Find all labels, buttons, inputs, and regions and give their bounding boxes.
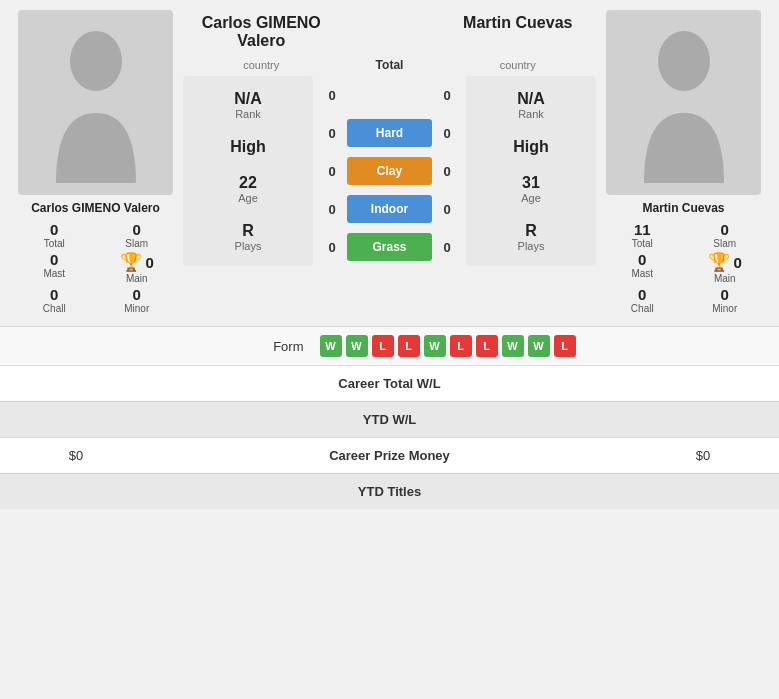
player2-total: 11 Total [606,221,679,249]
surface-buttons: 0 0 0 Hard 0 0 Clay 0 [313,76,466,266]
career-prize-row: $0 Career Prize Money $0 [0,437,779,473]
prize-right: $0 [643,448,763,463]
hard-row: 0 Hard 0 [317,119,462,147]
career-total-label: Career Total W/L [265,376,514,391]
player1-stats-panel: N/A Rank High 22 Age R Plays [183,76,313,266]
player2-center-name: Martin Cuevas [440,14,597,32]
form-badges: W W L L W L L W W L [320,335,576,357]
player1-main: 🏆 0 Main [101,251,174,284]
player2-minor: 0 Minor [689,286,762,314]
form-badge-5: W [424,335,446,357]
player2-stats: 11 Total 0 Slam 0 Mast 🏆 0 Main [596,221,771,314]
clay-row: 0 Clay 0 [317,157,462,185]
career-total-row: Career Total W/L [0,365,779,401]
form-badge-3: L [372,335,394,357]
grass-button[interactable]: Grass [347,233,432,261]
bottom-section: Form W W L L W L L W W L Career Total W/… [0,326,779,509]
player1-avatar [18,10,173,195]
trophy2-icon: 🏆 [708,251,730,273]
player1-high-stat: High [193,138,303,156]
player1-slam: 0 Slam [101,221,174,249]
player1-age-stat: 22 Age [193,174,303,204]
form-badge-9: W [528,335,550,357]
center-content: Carlos GIMENO Valero Martin Cuevas count… [183,10,596,266]
top-section: Carlos GIMENO Valero 0 Total 0 Slam 0 Ma… [0,0,779,314]
player2-card: Martin Cuevas 11 Total 0 Slam 0 Mast 🏆 [596,10,771,314]
trophy1-icon: 🏆 [120,251,142,273]
ytd-titles-row: YTD Titles [0,473,779,509]
form-badge-7: L [476,335,498,357]
form-badge-2: W [346,335,368,357]
form-label: Form [204,339,304,354]
country-row: country Total country [183,58,596,72]
player2-slam: 0 Slam [689,221,762,249]
player1-card: Carlos GIMENO Valero 0 Total 0 Slam 0 Ma… [8,10,183,314]
form-badge-8: W [502,335,524,357]
player1-plays-stat: R Plays [193,222,303,252]
names-row: Carlos GIMENO Valero Martin Cuevas [183,10,596,58]
hard-button[interactable]: Hard [347,119,432,147]
svg-point-1 [658,31,710,91]
player1-silhouette [46,23,146,183]
prize-left: $0 [16,448,136,463]
player2-country: country [440,59,597,71]
player2-name: Martin Cuevas [642,201,724,215]
player2-chall: 0 Chall [606,286,679,314]
indoor-button[interactable]: Indoor [347,195,432,223]
player2-avatar [606,10,761,195]
player1-rank-stat: N/A Rank [193,90,303,120]
ytd-titles-label: YTD Titles [265,484,514,499]
svg-point-0 [70,31,122,91]
player2-mast: 0 Mast [606,251,679,284]
total-label: Total [340,58,440,72]
ytd-wl-row: YTD W/L [0,401,779,437]
player1-minor: 0 Minor [101,286,174,314]
career-prize-label: Career Prize Money [136,448,643,463]
player1-name: Carlos GIMENO Valero [31,201,160,215]
form-badge-6: L [450,335,472,357]
clay-button[interactable]: Clay [347,157,432,185]
total-row: 0 0 [317,81,462,109]
player2-silhouette [634,23,734,183]
form-badge-10: L [554,335,576,357]
player2-stats-panel: N/A Rank High 31 Age R Plays [466,76,596,266]
player2-plays-stat: R Plays [476,222,586,252]
indoor-row: 0 Indoor 0 [317,195,462,223]
player2-age-stat: 31 Age [476,174,586,204]
player1-country: country [183,59,340,71]
player2-main: 🏆 0 Main [689,251,762,284]
player1-total: 0 Total [18,221,91,249]
form-badge-4: L [398,335,420,357]
form-badge-1: W [320,335,342,357]
player2-high-stat: High [476,138,586,156]
stats-and-buttons: N/A Rank High 22 Age R Plays [183,76,596,266]
player1-stats: 0 Total 0 Slam 0 Mast 🏆 0 Main [8,221,183,314]
main-container: Carlos GIMENO Valero 0 Total 0 Slam 0 Ma… [0,0,779,509]
player1-center-name: Carlos GIMENO Valero [183,14,340,50]
player1-chall: 0 Chall [18,286,91,314]
grass-row: 0 Grass 0 [317,233,462,261]
player1-mast: 0 Mast [18,251,91,284]
player2-rank-stat: N/A Rank [476,90,586,120]
form-row: Form W W L L W L L W W L [0,326,779,365]
ytd-wl-label: YTD W/L [265,412,514,427]
